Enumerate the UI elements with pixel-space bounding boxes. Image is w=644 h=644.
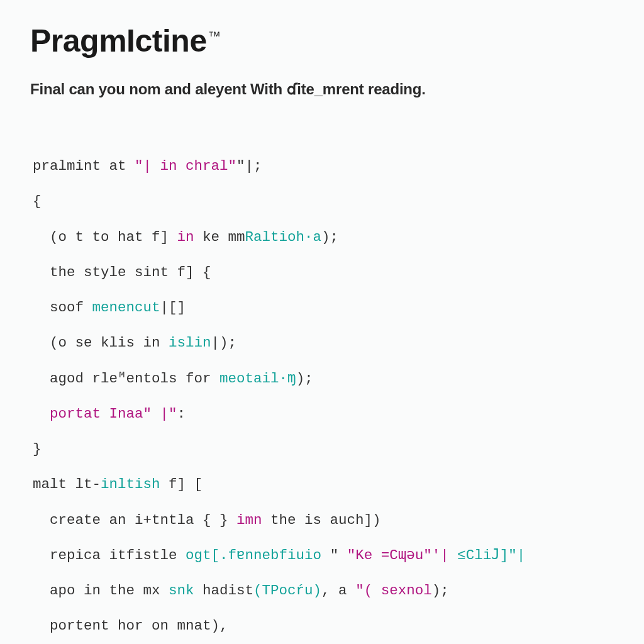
code-line-4: the style sint f] { [33,264,211,280]
page-title: PragmIctine™ [30,23,614,59]
code-line-9: } [33,441,42,457]
code-line-11: create an i+tntla { } imn the is auch]) [33,512,381,528]
code-line-7: agod rleᴹentols for meotail·ɱ); [33,370,313,387]
code-line-13: apo in the mx snk hadist(TPocŕu), a "( s… [33,582,449,599]
code-line-5: soof menencut|[] [33,299,186,316]
code-line-12: repica itfistle ogt[.fɐnnebfiuio " "Ke =… [33,547,525,564]
code-line-2: { [33,193,42,209]
code-line-3: (o t to hat f] in ke mmRaltioh·a); [33,229,338,245]
code-line-10: malt lt-inltish f] [ [33,476,203,492]
page-root: PragmIctine™ Final can you nom and aleye… [0,0,644,644]
code-line-14: portent hor on mnat), [33,618,228,634]
page-subtitle: Final can you nom and aleyent With ɗite_… [30,80,614,98]
code-line-1: pralmint at "| in chral""|; [33,158,262,174]
code-line-8: portat Inaa" |": [33,406,186,422]
code-line-6: (o se klis in islin|); [33,335,236,351]
title-text: PragmIctine [30,23,207,58]
code-block: pralmint at "| in chral""|; { (o t to ha… [30,148,614,644]
trademark-symbol: ™ [208,29,221,43]
